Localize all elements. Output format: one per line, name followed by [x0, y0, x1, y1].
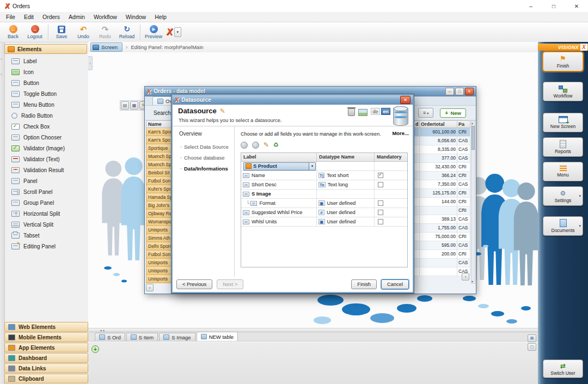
undo-button[interactable]: Undo	[72, 23, 94, 41]
dialog-titlebar[interactable]: X Datasource	[173, 95, 413, 105]
toggle-circle-icon[interactable]	[241, 142, 248, 149]
reload-button[interactable]: Reload	[116, 23, 138, 41]
bottom-tab[interactable]: S Ord	[95, 333, 125, 341]
chevron-down-icon[interactable]	[579, 224, 581, 228]
toggle-circle-icon[interactable]	[252, 142, 259, 149]
menu-item[interactable]: Admin	[64, 14, 89, 20]
panel-collapse-arrow[interactable]	[88, 56, 93, 70]
logout-button[interactable]: Logout	[24, 23, 46, 41]
element-list-item[interactable]: Icon	[4, 66, 88, 77]
table-row[interactable]: 377.00 CAS	[414, 154, 470, 163]
mandatory-checkbox[interactable]	[378, 210, 383, 215]
table-row[interactable]: Suggested Whlsl Price #User defined	[241, 208, 407, 217]
table-row[interactable]: Short Desc TeText long	[241, 180, 407, 190]
hamburger-menu-button[interactable]	[418, 108, 433, 118]
table-row[interactable]: 389.13 CAS	[414, 215, 470, 224]
maximize-button[interactable]	[542, 0, 565, 12]
table-row[interactable]: CAS	[414, 259, 470, 267]
table-row[interactable]: S Product	[241, 162, 407, 171]
mandatory-checkbox[interactable]	[378, 200, 383, 206]
cancel-button[interactable]: Cancel	[381, 279, 409, 289]
element-list-item[interactable]: Radio Button	[4, 110, 88, 121]
element-list-item[interactable]: Validator (Text)	[4, 154, 88, 164]
table-row[interactable]: Muench Sp	[146, 161, 171, 169]
delete-icon[interactable]	[348, 108, 355, 116]
more-link[interactable]: More...	[392, 130, 409, 136]
vertical-scrollbar[interactable]	[471, 120, 475, 284]
element-list-item[interactable]: Tabset	[4, 230, 88, 241]
menu-item[interactable]: Edit	[20, 14, 38, 20]
table-row[interactable]: Unisports	[146, 275, 171, 283]
element-list-item[interactable]: Check Box	[4, 121, 88, 132]
nav-overview[interactable]: Overview	[173, 131, 234, 137]
panel-restore-icon[interactable]: ▢	[528, 343, 536, 351]
table-row[interactable]: 8,335.00 CAS	[414, 145, 470, 154]
new-screen-button[interactable]: New Screen	[543, 113, 583, 132]
table-row[interactable]: Beisbol Si!	[146, 169, 171, 177]
table-row[interactable]: Format ▣User defined	[241, 199, 407, 208]
name-column-header[interactable]: Name	[146, 120, 171, 128]
elements-panel-header[interactable]: Elements	[4, 44, 87, 54]
menu-item[interactable]: Workflow	[89, 14, 121, 20]
language-de-button[interactable]: de	[371, 108, 380, 115]
table-row[interactable]: Whlsl Units ▣User defined	[241, 217, 407, 227]
table-row[interactable]: 1,755.00 CAS	[414, 224, 470, 233]
documents-button[interactable]: Documents	[543, 216, 583, 236]
element-list-item[interactable]: Label	[4, 56, 88, 66]
workflow-button[interactable]: Workflow	[543, 82, 583, 101]
bottom-tab[interactable]: S Item	[126, 333, 158, 341]
bottom-panel-content[interactable]: +	[88, 342, 538, 384]
element-list-item[interactable]: Scroll Panel	[4, 186, 88, 197]
close-button[interactable]	[465, 88, 474, 95]
combo-dropdown-button[interactable]	[309, 163, 315, 170]
reports-button[interactable]: Reports	[543, 137, 583, 157]
palette-section-header[interactable]: App Elements	[4, 343, 88, 352]
table-row[interactable]: Delhi Spori	[146, 242, 171, 251]
table-row[interactable]: Hamada Sp	[146, 193, 171, 202]
table-row[interactable]: 7,350.00 CAS	[414, 180, 470, 189]
table-row[interactable]: Unisports	[146, 267, 171, 275]
table-row[interactable]: Unisports	[146, 226, 171, 234]
new-record-button[interactable]: + New	[440, 108, 466, 118]
language-en-button[interactable]: en	[381, 108, 390, 115]
table-row[interactable]: Kam's Spo	[146, 136, 171, 144]
table-row[interactable]: Unisports	[146, 259, 171, 267]
palette-section-header[interactable]: Web Elements	[4, 322, 88, 332]
mandatory-checkbox[interactable]	[378, 182, 383, 187]
horizontal-splitter[interactable]	[88, 328, 538, 332]
design-canvas[interactable]: X Orders - data model Overv... Searc	[88, 52, 538, 328]
element-list-item[interactable]: Validation Result	[4, 164, 88, 175]
menu-item[interactable]: Orders	[38, 14, 64, 20]
minimize-button[interactable]	[445, 88, 454, 95]
bottom-tab[interactable]: NEW table	[197, 332, 238, 341]
visionx-menu-button[interactable]: X	[167, 27, 181, 37]
element-list-item[interactable]: Toggle Button	[4, 88, 88, 99]
element-list-item[interactable]: Button	[4, 77, 88, 88]
mandatory-checkbox[interactable]	[378, 219, 383, 224]
redo-button[interactable]: Redo	[94, 23, 116, 41]
table-row[interactable]: 144.00 CRI	[414, 198, 470, 206]
edit-field-icon[interactable]	[264, 141, 269, 149]
table-row[interactable]: Big John's	[146, 202, 171, 210]
table-row[interactable]: Futbol Son	[146, 177, 171, 185]
nav-select-data-source[interactable]: Select Data Source	[173, 144, 234, 150]
table-row[interactable]: Ojibway Re	[146, 210, 171, 218]
scrollbar-thumb[interactable]	[471, 126, 475, 150]
element-list-item[interactable]: Vertical Split	[4, 219, 88, 230]
table-row[interactable]: Futbol Son	[146, 251, 171, 259]
close-button[interactable]	[400, 96, 411, 104]
product-combobox[interactable]: S Product	[243, 162, 316, 170]
table-row[interactable]: Kam's Spor	[146, 128, 171, 136]
palette-section-header[interactable]: Clipboard	[4, 374, 88, 383]
refresh-icon[interactable]	[273, 142, 279, 149]
table-row[interactable]: 8,056.60 CAS	[414, 137, 470, 145]
element-list-item[interactable]: Group Panel	[4, 197, 88, 208]
finish-button[interactable]: Finish	[543, 52, 583, 71]
page-icon[interactable]	[121, 101, 129, 109]
image-icon[interactable]	[358, 109, 367, 116]
chevron-down-icon[interactable]	[579, 194, 581, 198]
table-row[interactable]: Muench Sp	[146, 153, 171, 161]
nav-data-informations[interactable]: Data/Informations	[173, 166, 234, 172]
menu-button[interactable]: Menu	[543, 162, 583, 181]
table-row[interactable]: Simms Ath	[146, 234, 171, 242]
